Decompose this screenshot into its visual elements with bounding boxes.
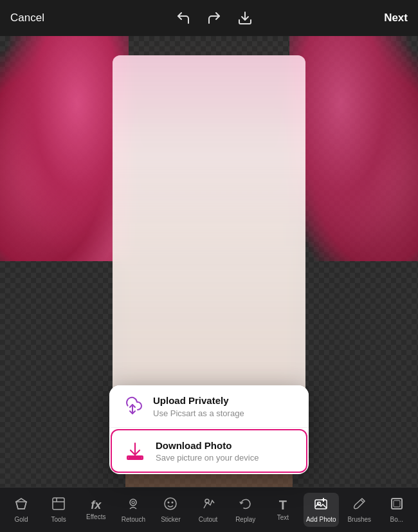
svg-rect-18 [394,500,400,507]
brushes-label: Brushes [347,516,371,523]
effects-icon: fx [91,499,101,511]
tool-effects[interactable]: fx Effects [79,495,113,524]
tool-border[interactable]: Bo... [380,493,413,527]
replay-label: Replay [235,516,255,523]
download-button[interactable] [237,10,253,26]
tools-icon [51,497,66,513]
action-menu: Upload Privately Use Picsart as a storag… [109,385,309,474]
upload-subtitle: Use Picsart as a storage [153,408,244,418]
replay-icon [239,497,253,513]
left-flower-decoration [0,36,129,261]
blurred-photo-content [113,55,305,403]
tool-gold[interactable]: Gold [5,493,38,527]
cutout-label: Cutout [199,516,217,523]
save-icon [237,10,253,26]
tool-retouch[interactable]: Retouch [116,493,150,527]
tool-cutout[interactable]: Cutout [192,493,225,527]
cutout-icon [201,497,215,513]
gold-label: Gold [14,516,28,523]
top-toolbar: Cancel Next [0,0,418,36]
bottom-toolbar: Gold Tools fx Effects Retouch [0,487,418,532]
canvas-card [113,55,305,403]
download-subtitle: Save picture on your device [156,453,259,463]
tool-text[interactable]: T Text [266,495,300,525]
gold-icon [14,497,28,513]
retouch-label: Retouch [122,516,145,523]
svg-point-10 [172,502,174,504]
brushes-icon [352,497,367,513]
upload-icon-container [121,394,144,417]
svg-point-6 [130,499,136,506]
svg-point-8 [165,498,176,509]
svg-rect-17 [392,499,402,509]
add-photo-label: Add Photo [306,516,336,523]
redo-button[interactable] [206,10,222,26]
download-icon-container [123,439,147,463]
upload-text-container: Upload Privately Use Picsart as a storag… [153,394,244,418]
cancel-button[interactable]: Cancel [10,12,44,24]
retouch-icon [126,497,140,513]
download-title: Download Photo [156,439,259,452]
border-icon [390,497,404,513]
download-arrow-icon [125,441,145,461]
tool-sticker[interactable]: Sticker [154,493,187,527]
right-flower-decoration [289,36,418,261]
svg-rect-3 [53,498,64,509]
svg-line-16 [361,500,363,502]
next-button[interactable]: Next [384,12,408,24]
undo-icon [176,10,191,26]
border-label: Bo... [390,516,404,523]
tool-replay[interactable]: Replay [229,493,262,527]
upload-cloud-icon [122,396,143,416]
undo-button[interactable] [176,10,191,26]
sticker-label: Sticker [161,516,181,523]
upload-privately-option[interactable]: Upload Privately Use Picsart as a storag… [109,385,309,428]
tool-add-photo[interactable]: Add Photo [304,493,339,527]
download-photo-option[interactable]: Download Photo Save picture on your devi… [111,429,307,473]
upload-title: Upload Privately [153,394,244,407]
svg-point-7 [132,501,134,504]
toolbar-center-icons [176,10,253,26]
sticker-icon [163,497,177,513]
text-label: Text [277,514,289,521]
tool-tools[interactable]: Tools [42,493,75,527]
effects-label: Effects [86,513,105,520]
add-photo-icon [314,497,328,513]
svg-point-9 [168,502,170,504]
text-icon: T [279,498,287,512]
download-text-container: Download Photo Save picture on your devi… [156,439,259,463]
redo-icon [206,10,222,26]
tool-brushes[interactable]: Brushes [343,493,376,527]
tools-label: Tools [51,516,66,523]
